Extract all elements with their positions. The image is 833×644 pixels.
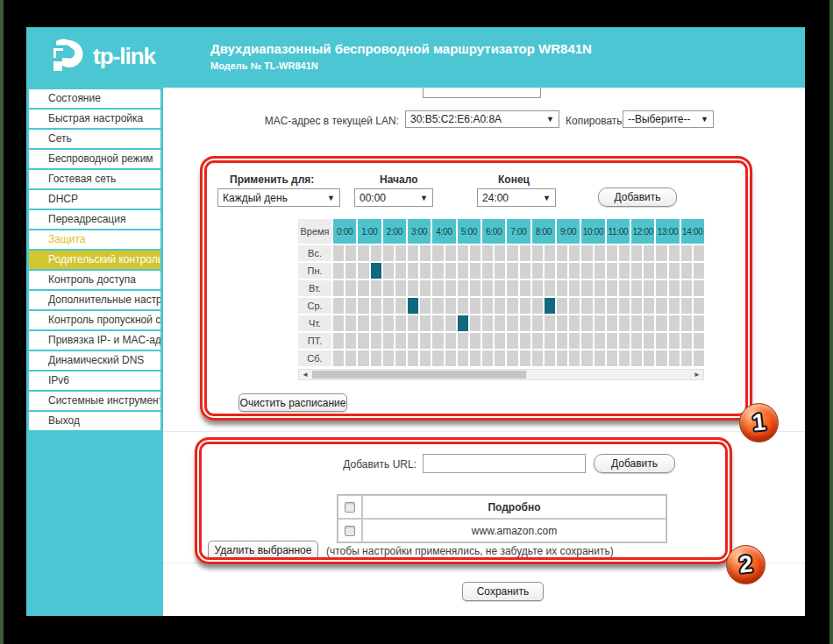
- schedule-cell[interactable]: [408, 350, 418, 366]
- schedule-cell[interactable]: [520, 315, 530, 331]
- schedule-cell[interactable]: [408, 333, 418, 349]
- schedule-cell[interactable]: [644, 298, 654, 314]
- schedule-cell[interactable]: [432, 280, 443, 296]
- schedule-cell[interactable]: [345, 280, 356, 296]
- schedule-cell[interactable]: [470, 315, 481, 331]
- schedule-cell[interactable]: [482, 350, 493, 366]
- schedule-cell[interactable]: [557, 315, 567, 331]
- schedule-cell[interactable]: [507, 350, 517, 366]
- schedule-cell[interactable]: [669, 333, 680, 349]
- schedule-cell[interactable]: [345, 298, 356, 314]
- schedule-cell[interactable]: [656, 315, 666, 331]
- delete-selected-button[interactable]: Удалить выбранное: [208, 541, 318, 560]
- schedule-cell[interactable]: [569, 263, 580, 279]
- schedule-cell[interactable]: [581, 263, 592, 279]
- schedule-cell[interactable]: [607, 298, 617, 314]
- schedule-cell[interactable]: [569, 298, 580, 314]
- schedule-cell[interactable]: [656, 263, 666, 279]
- schedule-cell[interactable]: [669, 298, 680, 314]
- scroll-left-icon[interactable]: ◄: [299, 371, 311, 379]
- schedule-cell[interactable]: [594, 350, 605, 366]
- schedule-cell[interactable]: [432, 263, 443, 279]
- schedule-cell[interactable]: [458, 315, 468, 331]
- schedule-cell[interactable]: [681, 245, 692, 261]
- schedule-cell[interactable]: [371, 298, 381, 314]
- schedule-cell[interactable]: [631, 333, 642, 349]
- schedule-cell[interactable]: [594, 315, 605, 331]
- sidebar-item-ipv6[interactable]: IPv6: [29, 372, 160, 390]
- sidebar-item-привязка-ip-и-mac-адресов[interactable]: Привязка IP- и MAC-адресов: [29, 331, 160, 350]
- schedule-cell[interactable]: [345, 245, 356, 261]
- schedule-cell[interactable]: [345, 350, 356, 366]
- schedule-cell[interactable]: [445, 245, 456, 261]
- sidebar-item-сеть[interactable]: Сеть: [29, 130, 160, 148]
- schedule-cell[interactable]: [408, 280, 418, 296]
- schedule-cell[interactable]: [383, 350, 394, 366]
- schedule-cell[interactable]: [669, 280, 680, 296]
- schedule-cell[interactable]: [520, 333, 530, 349]
- schedule-cell[interactable]: [569, 333, 580, 349]
- schedule-cell[interactable]: [557, 350, 567, 366]
- copy-select[interactable]: --Выберите-- ▼: [623, 110, 714, 128]
- sidebar-item-защита[interactable]: Защита: [29, 230, 160, 249]
- schedule-cell[interactable]: [495, 245, 505, 261]
- schedule-cell[interactable]: [420, 333, 431, 349]
- schedule-cell[interactable]: [520, 280, 530, 296]
- schedule-cell[interactable]: [681, 350, 692, 366]
- add-schedule-button[interactable]: Добавить: [598, 188, 677, 207]
- schedule-cell[interactable]: [358, 245, 368, 261]
- schedule-cell[interactable]: [445, 280, 456, 296]
- schedule-cell[interactable]: [607, 350, 617, 366]
- schedule-cell[interactable]: [395, 245, 406, 261]
- schedule-cell[interactable]: [581, 350, 592, 366]
- schedule-cell[interactable]: [408, 298, 418, 314]
- schedule-cell[interactable]: [681, 315, 692, 331]
- schedule-cell[interactable]: [507, 245, 517, 261]
- schedule-cell[interactable]: [482, 333, 493, 349]
- schedule-cell[interactable]: [656, 333, 666, 349]
- schedule-cell[interactable]: [557, 263, 567, 279]
- schedule-cell[interactable]: [383, 315, 394, 331]
- select-all-checkbox[interactable]: [345, 502, 355, 513]
- schedule-cell[interactable]: [395, 298, 406, 314]
- schedule-cell[interactable]: [383, 298, 394, 314]
- schedule-cell[interactable]: [420, 245, 431, 261]
- schedule-cell[interactable]: [532, 245, 543, 261]
- schedule-cell[interactable]: [694, 245, 704, 261]
- schedule-cell[interactable]: [607, 315, 617, 331]
- schedule-cell[interactable]: [333, 315, 344, 331]
- schedule-cell[interactable]: [445, 315, 456, 331]
- schedule-cell[interactable]: [507, 298, 517, 314]
- schedule-cell[interactable]: [495, 350, 505, 366]
- sidebar-item-dhcp[interactable]: DHCP: [29, 190, 160, 209]
- schedule-cell[interactable]: [669, 315, 680, 331]
- scrollbar-thumb[interactable]: [312, 371, 526, 379]
- schedule-cell[interactable]: [420, 263, 431, 279]
- schedule-cell[interactable]: [458, 333, 468, 349]
- sidebar-item-беспроводной-режим[interactable]: Беспроводной режим: [29, 150, 160, 168]
- schedule-cell[interactable]: [532, 333, 543, 349]
- schedule-cell[interactable]: [470, 350, 481, 366]
- schedule-cell[interactable]: [644, 315, 654, 331]
- schedule-cell[interactable]: [371, 350, 381, 366]
- schedule-cell[interactable]: [557, 245, 567, 261]
- schedule-cell[interactable]: [619, 298, 630, 314]
- schedule-cell[interactable]: [532, 298, 543, 314]
- schedule-cell[interactable]: [395, 350, 406, 366]
- schedule-cell[interactable]: [395, 280, 406, 296]
- schedule-cell[interactable]: [470, 280, 481, 296]
- schedule-cell[interactable]: [694, 315, 704, 331]
- scroll-right-icon[interactable]: ►: [691, 371, 703, 379]
- schedule-cell[interactable]: [557, 298, 567, 314]
- schedule-cell[interactable]: [470, 263, 481, 279]
- schedule-cell[interactable]: [371, 315, 381, 331]
- schedule-cell[interactable]: [482, 298, 493, 314]
- schedule-cell[interactable]: [631, 263, 642, 279]
- schedule-cell[interactable]: [581, 245, 592, 261]
- schedule-cell[interactable]: [644, 263, 654, 279]
- schedule-cell[interactable]: [383, 245, 394, 261]
- schedule-cell[interactable]: [656, 280, 666, 296]
- schedule-cell[interactable]: [619, 350, 630, 366]
- clear-schedule-button[interactable]: Очистить расписание: [239, 393, 347, 412]
- schedule-cell[interactable]: [557, 333, 567, 349]
